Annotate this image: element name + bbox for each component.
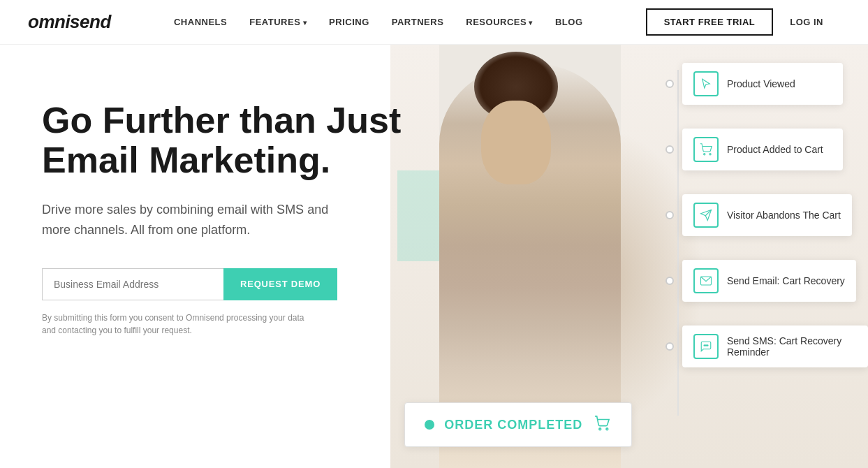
email-icon — [693, 268, 719, 293]
nav-blog[interactable]: BLOG — [555, 17, 583, 27]
order-cart-icon — [592, 416, 612, 434]
start-trial-button[interactable]: START FREE TRIAL — [646, 8, 774, 36]
cursor-icon — [693, 71, 719, 96]
workflow-dot-3 — [665, 211, 674, 219]
svg-point-7 — [606, 428, 608, 430]
workflow-card-4[interactable]: Send Email: Cart Recovery — [682, 260, 856, 302]
workflow-panel: Product Viewed Product Added to Cart — [665, 59, 868, 372]
email-input[interactable] — [42, 268, 223, 300]
order-dot — [425, 420, 434, 430]
sms-icon — [693, 334, 719, 359]
workflow-dot-1 — [665, 80, 674, 88]
form-consent: By submitting this form you consent to O… — [42, 312, 307, 337]
svg-point-0 — [704, 154, 705, 155]
nav-partners[interactable]: PARTNERS — [392, 17, 444, 27]
hero-left: Go Further than Just Email Marketing. Dr… — [0, 45, 434, 365]
workflow-card-5[interactable]: Send SMS: Cart Recovery Reminder — [682, 326, 868, 367]
workflow-item-5: Send SMS: Cart Recovery Reminder — [665, 321, 868, 372]
nav-channels[interactable]: CHANNELS — [174, 17, 227, 27]
workflow-card-1[interactable]: Product Viewed — [682, 63, 843, 105]
spacer-2 — [665, 175, 868, 190]
spacer-4 — [665, 306, 868, 321]
nav-pricing[interactable]: PRICING — [329, 17, 369, 27]
order-completed-badge: ORDER COMPLETED — [404, 402, 632, 447]
nav-features[interactable]: FEATURES — [249, 17, 307, 27]
workflow-dot-5 — [665, 342, 674, 351]
cart-icon — [693, 137, 719, 162]
workflow-label-2: Product Added to Cart — [727, 144, 823, 155]
login-button[interactable]: LOG IN — [773, 10, 840, 34]
spacer-3 — [665, 240, 868, 256]
hero-subtitle: Drive more sales by combining email with… — [42, 200, 335, 240]
svg-point-6 — [599, 428, 601, 430]
header-actions: START FREE TRIAL LOG IN — [646, 8, 840, 36]
workflow-item-2: Product Added to Cart — [665, 124, 868, 175]
workflow-label-4: Send Email: Cart Recovery — [727, 275, 845, 286]
spacer-1 — [665, 109, 868, 124]
svg-point-4 — [705, 345, 707, 346]
workflow-item-3: Visitor Abandons The Cart — [665, 190, 868, 240]
workflow-item-1: Product Viewed — [665, 59, 868, 109]
hero-right: Product Viewed Product Added to Cart — [390, 45, 868, 468]
workflow-dot-4 — [665, 277, 674, 285]
svg-point-1 — [709, 154, 711, 155]
svg-point-5 — [707, 345, 709, 346]
send-icon — [693, 203, 719, 228]
workflow-label-5: Send SMS: Cart Recovery Reminder — [727, 335, 857, 358]
workflow-card-2[interactable]: Product Added to Cart — [682, 129, 843, 170]
logo[interactable]: omnisend — [28, 11, 111, 33]
workflow-label-1: Product Viewed — [727, 78, 795, 89]
hero-title: Go Further than Just Email Marketing. — [42, 101, 406, 180]
hero-section: Go Further than Just Email Marketing. Dr… — [0, 45, 868, 468]
nav-resources[interactable]: RESOURCES — [466, 17, 533, 27]
workflow-label-3: Visitor Abandons The Cart — [727, 210, 841, 221]
person-face — [481, 101, 551, 184]
workflow-card-3[interactable]: Visitor Abandons The Cart — [682, 194, 852, 236]
email-form: REQUEST DEMO — [42, 268, 406, 300]
workflow-dot-2 — [665, 145, 674, 154]
order-completed-label: ORDER COMPLETED — [444, 418, 582, 432]
request-demo-button[interactable]: REQUEST DEMO — [223, 268, 337, 300]
svg-point-3 — [704, 345, 705, 346]
main-nav: CHANNELS FEATURES PRICING PARTNERS RESOU… — [174, 17, 583, 27]
workflow-item-4: Send Email: Cart Recovery — [665, 256, 868, 306]
header: omnisend CHANNELS FEATURES PRICING PARTN… — [0, 0, 868, 45]
